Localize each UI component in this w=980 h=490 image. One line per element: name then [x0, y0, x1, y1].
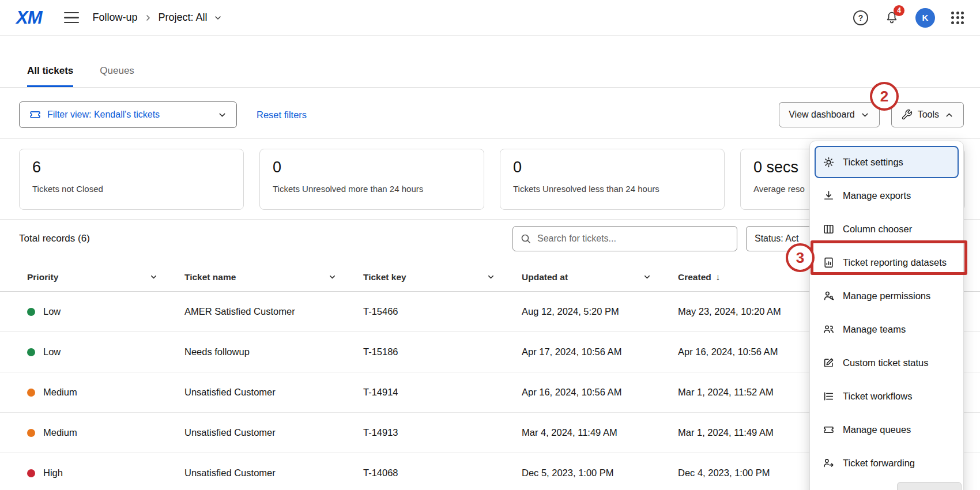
xm-logo[interactable]: XM: [16, 7, 42, 28]
filter-row: Filter view: Kendall's tickets Reset fil…: [19, 101, 964, 128]
menu-item-label: Ticket reporting datasets: [843, 257, 947, 268]
apps-grid-icon[interactable]: [951, 12, 964, 24]
ticket-name-cell: Unsatisfied Customer: [184, 468, 363, 478]
menu-item-column-chooser[interactable]: Column chooser: [815, 213, 959, 245]
kpi-label: Tickets not Closed: [32, 184, 231, 194]
kpi-card-unresolved-less-24h[interactable]: 0 Tickets Unresolved less than 24 hours: [500, 149, 725, 210]
chevron-down-icon[interactable]: [213, 13, 223, 22]
column-header-ticket-key[interactable]: Ticket key: [363, 272, 522, 282]
chevron-down-icon[interactable]: [328, 273, 337, 281]
filter-view-dropdown[interactable]: Filter view: Kendall's tickets: [19, 101, 237, 128]
hamburger-menu-icon[interactable]: [64, 12, 79, 24]
ticket-key-cell: T-14068: [363, 468, 522, 478]
menu-item-label: Custom ticket status: [843, 357, 929, 368]
menu-item-ticket-reporting-datasets[interactable]: Ticket reporting datasets: [815, 246, 959, 278]
kpi-label: Tickets Unresolved less than 24 hours: [513, 184, 711, 194]
chevron-down-icon: [217, 110, 227, 120]
updated-at-cell: Dec 5, 2023, 1:00 PM: [522, 468, 678, 478]
priority-cell: Low: [27, 306, 184, 317]
column-header-ticket-name[interactable]: Ticket name: [184, 272, 363, 282]
menu-item-custom-ticket-status[interactable]: Custom ticket status: [815, 346, 959, 379]
status-filter-label: Status: Act: [755, 233, 798, 244]
help-glyph: ?: [858, 13, 864, 22]
tab-all-tickets[interactable]: All tickets: [27, 56, 73, 87]
view-dashboard-label: View dashboard: [789, 110, 854, 120]
menu-item-label: Ticket settings: [843, 157, 903, 168]
search-input[interactable]: [537, 233, 730, 244]
breadcrumb: Follow-up Project: All: [93, 12, 223, 24]
ticket-name-cell: Needs followup: [184, 346, 363, 357]
gear-icon: [823, 156, 835, 168]
chevron-down-icon[interactable]: [487, 273, 495, 281]
kpi-value: 0: [273, 159, 471, 176]
priority-dot-low: [27, 308, 35, 316]
menu-item-manage-teams[interactable]: Manage teams: [815, 313, 959, 345]
menu-item-manage-queues[interactable]: Manage queues: [815, 413, 959, 446]
menu-item-ticket-settings[interactable]: Ticket settings: [815, 146, 959, 178]
column-header-priority[interactable]: Priority: [27, 272, 184, 282]
forward-icon: [823, 457, 835, 469]
column-label: Ticket key: [363, 272, 406, 282]
workflow-icon: [823, 390, 835, 402]
filter-view-label: Filter view: Kendall's tickets: [47, 110, 160, 120]
priority-cell: High: [27, 468, 184, 478]
tab-queues[interactable]: Queues: [100, 56, 134, 87]
chevron-up-icon: [944, 110, 954, 120]
column-header-updated-at[interactable]: Updated at: [522, 272, 678, 282]
kpi-value: 6: [32, 159, 231, 176]
sort-descending-icon: ↓: [716, 272, 721, 282]
view-dashboard-button[interactable]: View dashboard: [779, 102, 879, 127]
top-bar: XM Follow-up Project: All ? 4 K: [0, 0, 980, 36]
ticket-key-cell: T-15466: [363, 306, 522, 317]
priority-cell: Low: [27, 346, 184, 357]
chevron-down-icon[interactable]: [149, 273, 158, 281]
search-icon: [520, 233, 532, 244]
tools-dropdown-menu: Ticket settings Manage exports Column ch…: [809, 141, 964, 490]
avatar[interactable]: K: [915, 8, 935, 28]
person-key-icon: [823, 290, 835, 302]
menu-item-label: Manage permissions: [843, 291, 930, 301]
ticket-search: [512, 226, 737, 251]
avatar-initial: K: [922, 13, 929, 22]
column-label: Created: [678, 272, 711, 282]
ticket-name-cell: Unsatisfied Customer: [184, 387, 363, 398]
tools-label: Tools: [918, 110, 939, 120]
updated-at-cell: Apr 16, 2024, 10:56 AM: [522, 387, 678, 398]
ticket-name-cell: AMER Satisfied Customer: [184, 306, 363, 317]
reset-filters-link[interactable]: Reset filters: [257, 110, 307, 120]
menu-item-label: Manage exports: [843, 190, 911, 201]
partial-ui-element: [897, 482, 962, 490]
priority-cell: Medium: [27, 427, 184, 438]
updated-at-cell: Mar 4, 2024, 11:49 AM: [522, 427, 678, 438]
menu-item-label: Ticket forwarding: [843, 458, 915, 469]
notifications-button[interactable]: 4: [884, 10, 899, 25]
updated-at-cell: Apr 17, 2024, 10:56 AM: [522, 346, 678, 357]
app-root: XM Follow-up Project: All ? 4 K All tick…: [0, 0, 980, 490]
chevron-down-icon: [860, 110, 870, 120]
help-icon[interactable]: ?: [853, 10, 868, 25]
menu-item-manage-permissions[interactable]: Manage permissions: [815, 280, 959, 312]
priority-dot-low: [27, 348, 35, 356]
ticket-key-cell: T-15186: [363, 346, 522, 357]
menu-item-label: Manage teams: [843, 324, 906, 335]
tools-button[interactable]: Tools: [891, 102, 964, 127]
breadcrumb-project-name[interactable]: Follow-up: [93, 12, 138, 24]
column-label: Ticket name: [184, 272, 236, 282]
total-records-label: Total records (6): [19, 233, 90, 244]
menu-item-ticket-workflows[interactable]: Ticket workflows: [815, 380, 959, 412]
divider: [0, 138, 980, 139]
kpi-card-not-closed[interactable]: 6 Tickets not Closed: [19, 149, 244, 210]
menu-item-ticket-forwarding[interactable]: Ticket forwarding: [815, 447, 959, 479]
annotation-step-2: 2: [870, 82, 899, 111]
breadcrumb-scope-selector[interactable]: Project: All: [159, 12, 208, 24]
column-label: Updated at: [522, 272, 568, 282]
priority-label: Low: [43, 306, 61, 317]
priority-dot-high: [27, 469, 35, 477]
chevron-down-icon[interactable]: [643, 273, 651, 281]
notification-badge: 4: [894, 5, 904, 16]
menu-item-manage-exports[interactable]: Manage exports: [815, 179, 959, 212]
menu-item-label: Manage queues: [843, 424, 911, 435]
annotation-step-3: 3: [786, 243, 815, 272]
kpi-card-unresolved-more-24h[interactable]: 0 Tickets Unresolved more than 24 hours: [259, 149, 484, 210]
ticket-key-cell: T-14914: [363, 387, 522, 398]
